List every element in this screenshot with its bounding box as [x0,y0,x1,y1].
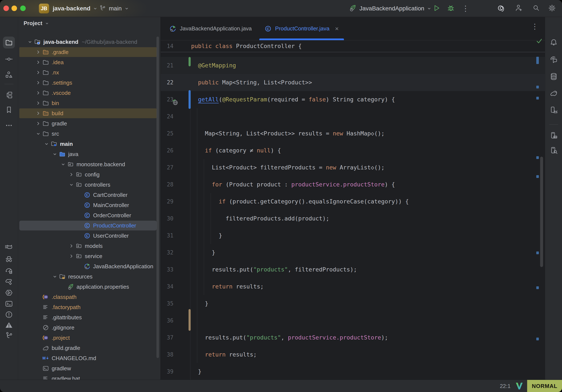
settings-button[interactable] [548,0,556,17]
close-icon[interactable]: × [335,25,339,32]
device-explorer-button[interactable] [548,144,560,156]
sticky-line[interactable]: 14 public class ProductController { [161,40,545,52]
project-badge[interactable]: JB [39,4,49,13]
incognito-button[interactable] [3,253,15,265]
code-line[interactable]: 28 for (Product product : productService… [161,176,545,193]
code-line[interactable]: 31 } [161,227,545,244]
tree-row[interactable]: java [18,149,161,159]
tree-row[interactable]: src [18,129,161,139]
editor-tab[interactable]: JavaBackendApplication.java [163,17,258,40]
tree-row[interactable]: CCartController [18,190,161,200]
stripe-mark[interactable] [536,57,539,64]
tree-row[interactable]: build [18,108,161,119]
search-everywhere-button[interactable] [532,0,540,17]
code-line[interactable]: 39 } [161,363,545,380]
editor-tab[interactable]: CProductController.java× [258,17,345,40]
hierarchy-button[interactable] [3,89,15,101]
structure-button[interactable] [3,69,15,81]
vim-mode-badge[interactable]: NORMAL [527,380,562,392]
tree-row[interactable]: main [18,139,161,149]
chevron-right-icon[interactable] [67,251,75,261]
tree-row[interactable]: CUserController [18,231,161,241]
chevron-down-icon[interactable] [42,139,51,149]
device-manager-button[interactable] [548,104,560,116]
profiler-button[interactable] [3,265,15,277]
code-line[interactable]: 23 getAll(@RequestParam(required = false… [161,91,545,108]
vcs-change-marker[interactable] [188,90,191,109]
terminal-button[interactable] [3,298,15,310]
tree-row[interactable]: gradle [18,119,161,129]
chevron-right-icon[interactable] [34,57,42,67]
chevron-right-icon[interactable] [34,67,42,78]
project-tree[interactable]: java-backend~/Github/java-backend.gradle… [18,37,161,380]
tree-row[interactable]: monostore.backend [18,159,161,169]
gradle-button[interactable] [548,87,560,99]
chevron-right-icon[interactable] [67,169,75,180]
chevron-right-icon[interactable] [34,78,42,88]
chevron-down-icon[interactable] [59,159,67,169]
tree-row[interactable]: config [18,169,161,180]
tree-row[interactable]: controllers [18,180,161,190]
problems-button[interactable] [3,309,15,321]
minimize-window-button[interactable] [12,6,17,11]
tree-row[interactable]: CMainController [18,200,161,210]
vcs-branch-widget[interactable]: main [99,0,129,17]
tree-row[interactable]: .project [18,333,161,343]
ai-assistant-chat-button[interactable] [548,54,560,65]
chevron-right-icon[interactable] [34,88,42,98]
tree-row[interactable]: resources [18,272,161,282]
stripe-mark[interactable] [536,156,539,159]
code-line[interactable]: 34 return results; [161,278,545,295]
warnings-button[interactable] [3,319,15,331]
chevron-right-icon[interactable] [34,119,42,129]
code-editor[interactable]: 21 @GetMapping22 public Map<String, List… [161,53,545,380]
git-branch-button[interactable] [3,330,15,341]
code-line[interactable]: 21 @GetMapping [161,57,545,74]
tree-row[interactable]: .idea [18,57,161,67]
chevron-right-icon[interactable] [34,47,42,57]
tree-row[interactable]: .classpath [18,292,161,302]
stripe-mark[interactable] [536,86,539,88]
code-line[interactable]: 29 if (product.getCategory().equalsIgnor… [161,193,545,210]
tree-row[interactable]: .gitattributes [18,312,161,322]
debug-button[interactable] [447,0,455,17]
inspections-ok-check-icon[interactable] [536,37,543,46]
project-panel-header[interactable]: Project [23,20,49,27]
tree-row[interactable]: JavaBackendApplication [18,261,161,272]
tree-row[interactable]: MCHANGELOG.md [18,353,161,363]
stripe-mark[interactable] [536,175,539,178]
code-line[interactable]: 33 results.put("products", filteredProdu… [161,261,545,278]
more-run-options-button[interactable]: ⋮ [462,0,469,17]
caret-position-widget[interactable]: 22:1 [500,380,511,392]
chevron-down-icon[interactable] [26,37,34,47]
chevron-right-icon[interactable] [67,241,75,251]
project-tree-scrollbar[interactable] [156,36,159,358]
editor-scrollbar[interactable] [540,157,543,267]
run-configuration-widget[interactable]: JavaBackendApplication [349,0,432,17]
running-devices-button[interactable] [548,130,560,142]
tree-row[interactable]: .vscode [18,88,161,98]
chevron-right-icon[interactable] [34,108,42,119]
tree-row[interactable]: java-backend~/Github/java-backend [18,37,161,47]
stripe-mark[interactable] [536,97,539,99]
code-line[interactable]: 36 [161,312,545,329]
chevron-down-icon[interactable] [67,180,75,190]
vcs-change-marker[interactable] [188,57,191,66]
code-line[interactable]: 24 [161,108,545,125]
ideavim-icon[interactable] [515,382,523,391]
maximize-window-button[interactable] [20,6,26,11]
stripe-mark[interactable] [536,338,539,340]
run-button[interactable] [433,0,440,17]
tree-row[interactable]: models [18,241,161,251]
code-line[interactable]: 35 } [161,295,545,312]
code-line[interactable]: 38 return results; [161,346,545,363]
stripe-mark[interactable] [536,286,539,289]
tree-row[interactable]: gradlew [18,363,161,373]
chevron-down-icon[interactable] [34,129,42,139]
tree-row[interactable]: build.gradle [18,343,161,353]
cat-button[interactable] [3,242,15,254]
build-button[interactable] [3,276,15,288]
chevron-down-icon[interactable] [51,149,59,159]
chevron-right-icon[interactable] [34,98,42,108]
notifications-bell-button[interactable] [548,36,560,48]
